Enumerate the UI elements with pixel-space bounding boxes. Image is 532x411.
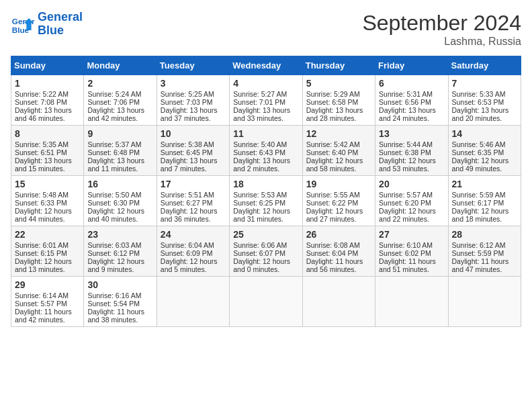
day-number: 12 xyxy=(306,128,371,139)
day-number: 4 xyxy=(233,78,298,89)
day-info-line: Sunrise: 5:27 AM xyxy=(233,90,298,98)
calendar-cell: 14Sunrise: 5:46 AMSunset: 6:35 PMDayligh… xyxy=(448,126,521,176)
day-info-line: and 0 minutes. xyxy=(233,265,298,273)
day-info-line: Sunset: 6:53 PM xyxy=(452,98,517,106)
day-info-line: Sunrise: 5:55 AM xyxy=(306,191,371,199)
calendar-cell: 18Sunrise: 5:53 AMSunset: 6:25 PMDayligh… xyxy=(230,176,302,226)
day-info-line: Daylight: 13 hours xyxy=(306,106,371,114)
calendar-cell: 15Sunrise: 5:48 AMSunset: 6:33 PMDayligh… xyxy=(11,176,84,226)
calendar-cell: 1Sunrise: 5:22 AMSunset: 7:08 PMDaylight… xyxy=(11,75,84,126)
day-info-line: Sunrise: 5:42 AM xyxy=(306,140,371,148)
day-info-line: and 56 minutes. xyxy=(306,265,371,273)
day-info-line: and 28 minutes. xyxy=(306,114,371,122)
day-info-line: and 53 minutes. xyxy=(379,165,444,173)
day-number: 18 xyxy=(233,179,298,189)
day-info-line: and 11 minutes. xyxy=(87,165,152,173)
day-number: 1 xyxy=(15,78,80,89)
calendar-cell: 8Sunrise: 5:35 AMSunset: 6:51 PMDaylight… xyxy=(11,126,84,176)
day-info-line: Sunset: 5:54 PM xyxy=(87,300,152,308)
calendar-cell xyxy=(157,277,229,327)
day-info-line: Daylight: 13 hours xyxy=(233,156,298,165)
page-header: General Blue General Blue September 2024… xyxy=(11,11,521,48)
calendar-cell xyxy=(448,277,521,327)
day-info-line: and 15 minutes. xyxy=(15,165,80,173)
day-info-line: Sunset: 6:04 PM xyxy=(306,249,371,257)
day-info-line: Sunset: 6:25 PM xyxy=(233,199,298,207)
day-info-line: Daylight: 13 hours xyxy=(161,156,226,165)
day-info-line: Sunset: 6:07 PM xyxy=(233,249,298,257)
day-info-line: Sunset: 6:15 PM xyxy=(15,249,80,257)
day-number: 30 xyxy=(87,279,152,290)
col-header-saturday: Saturday xyxy=(448,56,521,75)
day-info-line: Sunset: 6:22 PM xyxy=(306,199,371,207)
day-number: 8 xyxy=(15,128,80,139)
calendar-cell: 25Sunrise: 6:06 AMSunset: 6:07 PMDayligh… xyxy=(230,226,302,277)
day-info-line: Sunrise: 5:24 AM xyxy=(87,90,152,98)
day-info-line: Daylight: 13 hours xyxy=(87,106,152,114)
day-info-line: Sunrise: 5:46 AM xyxy=(452,140,517,148)
calendar-cell xyxy=(302,277,375,327)
day-info-line: Daylight: 11 hours xyxy=(452,257,517,265)
day-info-line: Sunrise: 6:16 AM xyxy=(87,291,152,300)
day-info-line: Daylight: 12 hours xyxy=(161,257,226,265)
calendar-cell: 13Sunrise: 5:44 AMSunset: 6:38 PMDayligh… xyxy=(375,126,448,176)
calendar-cell: 2Sunrise: 5:24 AMSunset: 7:06 PMDaylight… xyxy=(84,75,157,126)
day-info-line: and 18 minutes. xyxy=(452,215,517,223)
calendar-cell: 5Sunrise: 5:29 AMSunset: 6:58 PMDaylight… xyxy=(302,75,375,126)
day-number: 10 xyxy=(161,128,226,139)
day-number: 3 xyxy=(161,78,226,89)
day-info-line: Sunset: 6:45 PM xyxy=(161,148,226,156)
day-number: 23 xyxy=(87,229,152,240)
calendar-cell: 27Sunrise: 6:10 AMSunset: 6:02 PMDayligh… xyxy=(375,226,448,277)
day-info-line: Sunset: 5:57 PM xyxy=(15,300,80,308)
day-info-line: and 31 minutes. xyxy=(233,215,298,223)
day-info-line: and 42 minutes. xyxy=(15,316,80,324)
calendar-week-row: 8Sunrise: 5:35 AMSunset: 6:51 PMDaylight… xyxy=(11,126,521,176)
calendar-cell: 11Sunrise: 5:40 AMSunset: 6:43 PMDayligh… xyxy=(230,126,302,176)
day-info-line: Sunset: 6:40 PM xyxy=(306,148,371,156)
day-info-line: Daylight: 11 hours xyxy=(306,257,371,265)
day-info-line: Sunset: 7:03 PM xyxy=(161,98,226,106)
logo: General Blue General Blue xyxy=(11,11,83,38)
day-info-line: and 33 minutes. xyxy=(233,114,298,122)
day-info-line: Daylight: 12 hours xyxy=(87,257,152,265)
day-info-line: Sunrise: 5:50 AM xyxy=(87,191,152,199)
day-number: 29 xyxy=(15,279,80,290)
day-info-line: Daylight: 12 hours xyxy=(379,156,444,165)
calendar-cell xyxy=(375,277,448,327)
calendar-cell: 24Sunrise: 6:04 AMSunset: 6:09 PMDayligh… xyxy=(157,226,229,277)
day-info-line: Sunset: 6:33 PM xyxy=(15,199,80,207)
day-info-line: and 46 minutes. xyxy=(15,114,80,122)
col-header-tuesday: Tuesday xyxy=(157,56,229,75)
day-info-line: and 49 minutes. xyxy=(452,165,517,173)
day-info-line: Daylight: 12 hours xyxy=(233,257,298,265)
day-info-line: Sunset: 6:38 PM xyxy=(379,148,444,156)
day-info-line: Sunset: 6:48 PM xyxy=(87,148,152,156)
day-info-line: Daylight: 11 hours xyxy=(15,308,80,316)
day-number: 16 xyxy=(87,179,152,189)
day-number: 15 xyxy=(15,179,80,189)
day-info-line: Sunset: 7:01 PM xyxy=(233,98,298,106)
day-info-line: Sunrise: 6:04 AM xyxy=(161,241,226,249)
calendar-cell: 12Sunrise: 5:42 AMSunset: 6:40 PMDayligh… xyxy=(302,126,375,176)
calendar-header-row: SundayMondayTuesdayWednesdayThursdayFrid… xyxy=(11,56,521,75)
logo-text: General Blue xyxy=(38,11,83,38)
day-info-line: and 42 minutes. xyxy=(87,114,152,122)
day-info-line: Daylight: 13 hours xyxy=(233,106,298,114)
calendar-cell: 4Sunrise: 5:27 AMSunset: 7:01 PMDaylight… xyxy=(230,75,302,126)
day-info-line: and 36 minutes. xyxy=(161,215,226,223)
calendar-week-row: 1Sunrise: 5:22 AMSunset: 7:08 PMDaylight… xyxy=(11,75,521,126)
day-number: 7 xyxy=(452,78,517,89)
day-info-line: Sunset: 7:06 PM xyxy=(87,98,152,106)
day-info-line: Sunrise: 6:08 AM xyxy=(306,241,371,249)
day-info-line: and 7 minutes. xyxy=(161,165,226,173)
day-info-line: Daylight: 11 hours xyxy=(379,257,444,265)
day-info-line: and 20 minutes. xyxy=(452,114,517,122)
day-number: 22 xyxy=(15,229,80,240)
day-info-line: Sunrise: 6:10 AM xyxy=(379,241,444,249)
day-info-line: Sunrise: 5:25 AM xyxy=(161,90,226,98)
day-info-line: Sunset: 6:27 PM xyxy=(161,199,226,207)
col-header-friday: Friday xyxy=(375,56,448,75)
day-number: 26 xyxy=(306,229,371,240)
day-info-line: Sunset: 7:08 PM xyxy=(15,98,80,106)
